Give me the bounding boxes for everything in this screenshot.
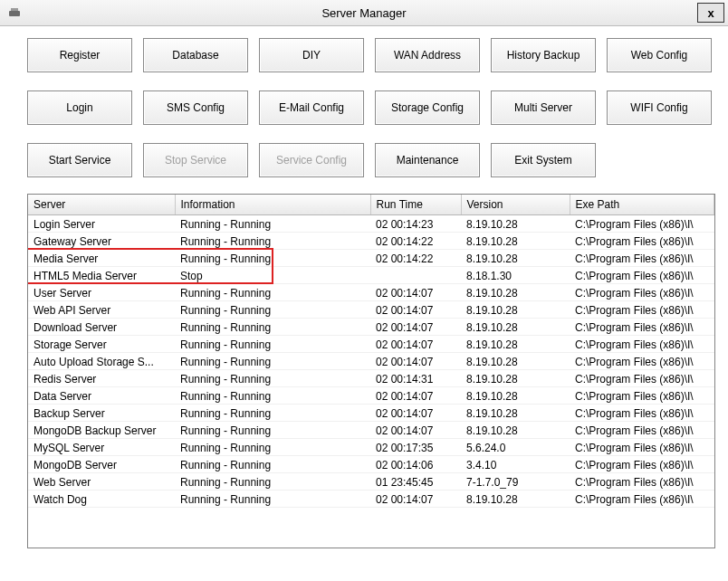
login-button[interactable]: Login [27,90,132,125]
button-label: History Backup [507,49,580,62]
web-config-button[interactable]: Web Config [607,38,712,72]
cell-time: 02 00:14:07 [370,319,461,336]
button-label: SMS Config [167,101,225,114]
cell-info: Running - Running [175,439,370,456]
diy-button[interactable]: DIY [259,38,364,72]
cell-info: Running - Running [175,387,370,405]
storage-config-button[interactable]: Storage Config [375,90,480,125]
table-row[interactable]: Backup ServerRunning - Running02 00:14:0… [28,405,714,422]
cell-time: 02 00:14:07 [370,387,461,405]
button-label: Maintenance [397,154,459,167]
button-label: WAN Address [394,49,461,62]
svg-rect-0 [9,11,20,16]
table-row[interactable]: MongoDB ServerRunning - Running02 00:14:… [28,456,714,473]
exit-system-button[interactable]: Exit System [491,143,596,177]
cell-server: Redis Server [28,370,175,387]
cell-version: 8.19.10.28 [461,250,570,267]
register-button[interactable]: Register [27,38,132,72]
table-row[interactable]: MongoDB Backup ServerRunning - Running02… [28,422,714,439]
table-row[interactable]: Redis ServerRunning - Running02 00:14:31… [28,370,714,387]
table-row[interactable]: Login ServerRunning - Running02 00:14:23… [28,215,714,233]
cell-version: 8.19.10.28 [461,215,570,233]
history-backup-button[interactable]: History Backup [491,38,596,72]
wan-address-button[interactable]: WAN Address [375,38,480,72]
col-server[interactable]: Server [28,195,175,215]
app-icon [7,5,22,20]
table-row[interactable]: Storage ServerRunning - Running02 00:14:… [28,336,714,353]
cell-server: Download Server [28,319,175,336]
cell-version: 8.19.10.28 [461,370,570,387]
cell-time: 02 00:14:07 [370,353,461,370]
button-label: Service Config [276,154,347,167]
cell-path: C:\Program Files (x86)\I\ [570,250,714,267]
table-row[interactable]: HTML5 Media ServerStop8.18.1.30C:\Progra… [28,267,714,284]
table-row[interactable]: Watch DogRunning - Running02 00:14:078.1… [28,491,714,508]
cell-time: 02 00:14:07 [370,336,461,353]
button-label: Start Service [49,154,111,167]
cell-time: 02 00:14:07 [370,491,461,508]
cell-server: Watch Dog [28,491,175,508]
wifi-config-button[interactable]: WIFI Config [607,90,712,125]
svg-rect-1 [11,8,18,11]
cell-path: C:\Program Files (x86)\I\ [570,284,714,301]
table-row[interactable]: Media ServerRunning - Running02 00:14:22… [28,250,714,267]
cell-time: 02 00:17:35 [370,439,461,456]
start-service-button[interactable]: Start Service [27,143,132,177]
service-config-button: Service Config [259,143,364,177]
cell-info: Running - Running [175,250,370,267]
cell-path: C:\Program Files (x86)\I\ [570,215,714,233]
cell-info: Running - Running [175,301,370,319]
cell-server: MySQL Server [28,439,175,456]
e-mail-config-button[interactable]: E-Mail Config [259,90,364,125]
cell-path: C:\Program Files (x86)\I\ [570,473,714,491]
cell-time: 02 00:14:07 [370,422,461,439]
cell-path: C:\Program Files (x86)\I\ [570,319,714,336]
close-icon: x [707,6,714,20]
cell-version: 8.19.10.28 [461,491,570,508]
table-row[interactable]: Data ServerRunning - Running02 00:14:078… [28,387,714,405]
cell-info: Stop [175,267,370,284]
col-path[interactable]: Exe Path [570,195,714,215]
table-row[interactable]: Gateway ServerRunning - Running02 00:14:… [28,233,714,250]
cell-version: 7-1.7.0_79 [461,473,570,491]
cell-version: 8.19.10.28 [461,387,570,405]
button-label: Register [60,49,101,62]
client-area: RegisterDatabaseDIYWAN AddressHistory Ba… [0,25,728,581]
cell-server: Backup Server [28,405,175,422]
table-row[interactable]: Web API ServerRunning - Running02 00:14:… [28,301,714,319]
button-label: Database [172,49,218,62]
button-label: Web Config [631,49,687,62]
table-row[interactable]: Download ServerRunning - Running02 00:14… [28,319,714,336]
cell-server: Media Server [28,250,175,267]
cell-info: Running - Running [175,422,370,439]
cell-version: 8.19.10.28 [461,284,570,301]
cell-server: Web Server [28,473,175,491]
cell-version: 8.19.10.28 [461,405,570,422]
col-version[interactable]: Version [461,195,570,215]
cell-path: C:\Program Files (x86)\I\ [570,456,714,473]
close-button[interactable]: x [697,3,724,23]
database-button[interactable]: Database [143,38,248,72]
table-row[interactable]: Auto Upload Storage S...Running - Runnin… [28,353,714,370]
cell-path: C:\Program Files (x86)\I\ [570,353,714,370]
window-title: Server Manager [0,6,728,20]
cell-info: Running - Running [175,473,370,491]
multi-server-button[interactable]: Multi Server [491,90,596,125]
cell-path: C:\Program Files (x86)\I\ [570,491,714,508]
maintenance-button[interactable]: Maintenance [375,143,480,177]
table-row[interactable]: User ServerRunning - Running02 00:14:078… [28,284,714,301]
button-label: Storage Config [391,101,464,114]
cell-info: Running - Running [175,215,370,233]
table-header-row[interactable]: Server Information Run Time Version Exe … [28,195,714,215]
col-info[interactable]: Information [175,195,370,215]
server-table[interactable]: Server Information Run Time Version Exe … [28,195,714,508]
cell-time: 02 00:14:22 [370,233,461,250]
table-row[interactable]: Web ServerRunning - Running01 23:45:457-… [28,473,714,491]
cell-info: Running - Running [175,491,370,508]
cell-time: 02 00:14:06 [370,456,461,473]
cell-server: Auto Upload Storage S... [28,353,175,370]
table-row[interactable]: MySQL ServerRunning - Running02 00:17:35… [28,439,714,456]
cell-version: 8.19.10.28 [461,353,570,370]
col-time[interactable]: Run Time [370,195,461,215]
sms-config-button[interactable]: SMS Config [143,90,248,125]
